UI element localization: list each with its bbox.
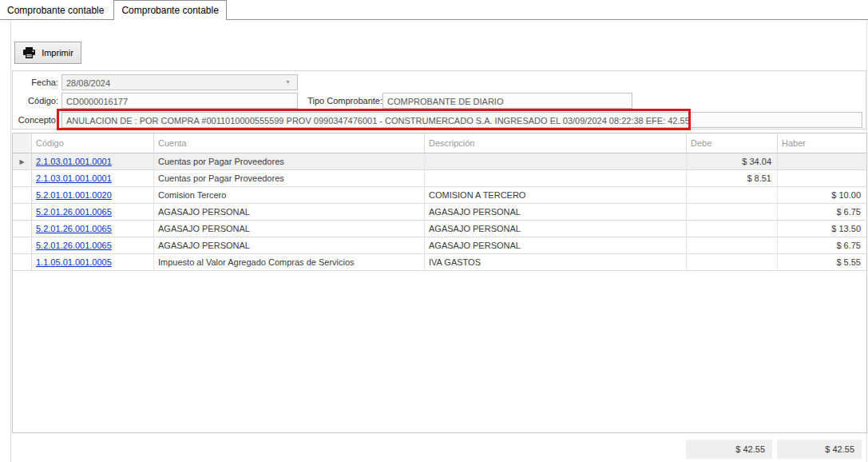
debe-cell [687, 221, 778, 237]
table-row[interactable]: 2.1.03.01.001.0001 Cuentas por Pagar Pro… [13, 170, 866, 187]
debe-cell [687, 254, 778, 271]
codigo-cell: 5.2.01.26.001.0065 [32, 204, 154, 221]
comprobante-panel: Imprimir Fecha: 28/08/2024 ▼ Código: CD0… [10, 21, 867, 462]
descripcion-cell: AGASAJO PERSONAL [425, 237, 687, 254]
tab-strip: Comprobante contable Comprobante contabl… [0, 0, 868, 20]
descripcion-cell: AGASAJO PERSONAL [425, 221, 687, 237]
descripcion-cell [425, 170, 687, 187]
cuenta-cell: AGASAJO PERSONAL [154, 204, 425, 221]
codigo-cell: 2.1.03.01.001.0001 [32, 170, 154, 187]
descripcion-cell [425, 153, 687, 170]
haber-cell: $ 13.50 [778, 221, 866, 237]
concepto-field[interactable]: ANULACION DE : POR COMPRA #0011010000555… [61, 112, 862, 128]
codigo-cell: 5.2.01.26.001.0065 [32, 221, 154, 237]
column-header-cuenta[interactable]: Cuenta [154, 133, 425, 153]
tipo-comprobante-label: Tipo Comprobante: [296, 96, 382, 106]
grid-header-row: Código Cuenta Descripción Debe Haber [13, 133, 866, 153]
fecha-label: Fecha: [13, 78, 58, 87]
haber-cell: $ 6.75 [778, 204, 866, 221]
codigo-cell: 2.1.03.01.001.0001 [32, 153, 154, 170]
account-code-link[interactable]: 2.1.03.01.001.0001 [36, 157, 112, 166]
cuenta-cell: AGASAJO PERSONAL [154, 221, 425, 237]
cuenta-cell: AGASAJO PERSONAL [154, 237, 425, 254]
debe-cell [687, 187, 778, 204]
cuenta-cell: Impuesto al Valor Agregado Compras de Se… [154, 254, 425, 271]
codigo-label: Código: [13, 96, 58, 106]
table-row[interactable]: 1.1.05.01.001.0005 Impuesto al Valor Agr… [13, 254, 866, 271]
chevron-down-icon[interactable]: ▼ [285, 79, 291, 85]
table-row[interactable]: 5.2.01.26.001.0065 AGASAJO PERSONAL AGAS… [13, 237, 866, 254]
cuenta-cell: Comision Tercero [154, 187, 425, 204]
tab-comprobante-contable-2[interactable]: Comprobante contable [113, 0, 226, 20]
header-fields-box: Fecha: 28/08/2024 ▼ Código: CD0000016177… [12, 70, 866, 129]
haber-cell: $ 6.75 [778, 237, 866, 254]
table-row[interactable]: 5.2.01.26.001.0065 AGASAJO PERSONAL AGAS… [13, 221, 866, 237]
row-selector-cell [13, 221, 32, 237]
account-code-link[interactable]: 5.2.01.26.001.0065 [36, 224, 112, 233]
selected-row-indicator-icon: ▶ [19, 158, 24, 165]
row-selector-cell [13, 187, 32, 204]
concepto-label: Concepto: [13, 115, 58, 125]
descripcion-cell: AGASAJO PERSONAL [425, 204, 687, 221]
debe-cell: $ 8.51 [687, 170, 778, 187]
table-row[interactable]: 5.2.01.26.001.0065 AGASAJO PERSONAL AGAS… [13, 204, 866, 221]
entries-grid: Código Cuenta Descripción Debe Haber ▶ 2… [12, 133, 867, 433]
haber-cell [778, 170, 866, 187]
print-button[interactable]: Imprimir [14, 42, 81, 64]
table-row[interactable]: ▶ 2.1.03.01.001.0001 Cuentas por Pagar P… [13, 153, 866, 170]
column-header-codigo[interactable]: Código [32, 133, 154, 153]
row-selector-cell [13, 204, 32, 221]
account-code-link[interactable]: 5.2.01.01.001.0020 [36, 190, 112, 200]
haber-cell: $ 10.00 [778, 187, 866, 204]
column-header-descripcion[interactable]: Descripción [425, 133, 687, 153]
row-selector-cell [13, 170, 32, 187]
haber-cell [778, 153, 866, 170]
account-code-link[interactable]: 1.1.05.01.001.0005 [36, 257, 112, 267]
account-code-link[interactable]: 5.2.01.26.001.0065 [36, 207, 112, 217]
debe-cell: $ 34.04 [687, 153, 778, 170]
table-row[interactable]: 5.2.01.01.001.0020 Comision Tercero COMI… [13, 187, 866, 204]
cuenta-cell: Cuentas por Pagar Proveedores [154, 170, 425, 187]
row-selector-cell [13, 237, 32, 254]
codigo-field[interactable]: CD0000016177 [61, 93, 298, 109]
codigo-cell: 5.2.01.26.001.0065 [32, 237, 154, 254]
column-header-haber[interactable]: Haber [778, 133, 866, 153]
total-debe: $ 42.55 [686, 440, 772, 459]
total-haber: $ 42.55 [777, 440, 862, 459]
cuenta-cell: Cuentas por Pagar Proveedores [154, 153, 425, 170]
descripcion-cell: IVA GASTOS [425, 254, 687, 271]
account-code-link[interactable]: 5.2.01.26.001.0065 [36, 241, 112, 250]
tab-comprobante-contable-1[interactable]: Comprobante contable [0, 2, 111, 19]
codigo-cell: 1.1.05.01.001.0005 [32, 254, 154, 271]
row-selector-cell: ▶ [13, 153, 32, 170]
column-header-debe[interactable]: Debe [687, 133, 778, 153]
printer-icon [22, 47, 36, 59]
debe-cell [687, 204, 778, 221]
print-button-label: Imprimir [42, 48, 73, 58]
row-selector-cell [13, 254, 32, 271]
fecha-field[interactable]: 28/08/2024 ▼ [61, 74, 298, 90]
descripcion-cell: COMISION A TERCERO [425, 187, 687, 204]
account-code-link[interactable]: 2.1.03.01.001.0001 [36, 173, 112, 183]
tipo-comprobante-field[interactable]: COMPROBANTE DE DIARIO [382, 93, 632, 109]
haber-cell: $ 5.55 [778, 254, 866, 271]
codigo-cell: 5.2.01.01.001.0020 [32, 187, 154, 204]
row-indicator-header-cell [13, 133, 32, 153]
debe-cell [687, 237, 778, 254]
